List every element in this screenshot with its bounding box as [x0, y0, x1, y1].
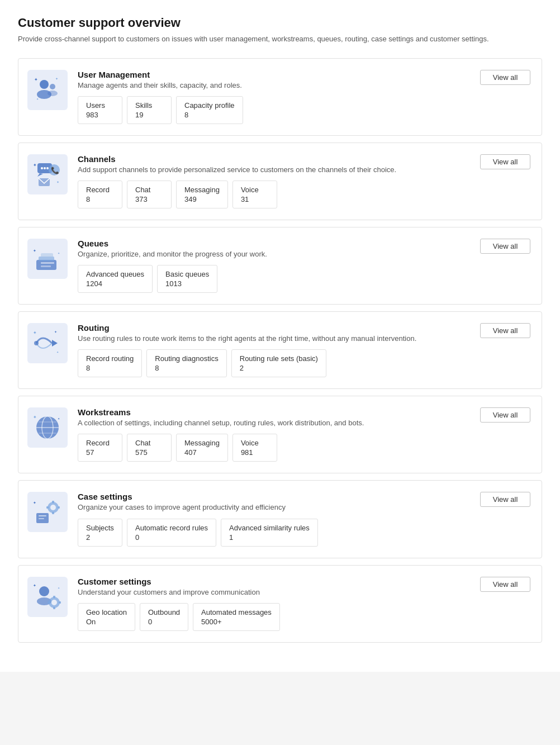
stat-auto-record-rules: Automatic record rules 0 — [127, 519, 216, 547]
svg-text:✦: ✦ — [56, 181, 59, 184]
svg-text:✦: ✦ — [36, 97, 39, 101]
workstreams-stats: Record 57 Chat 575 Messaging 407 Voice 9… — [78, 434, 530, 462]
stat-skills: Skills 19 — [127, 96, 172, 124]
stat-capacity-profile: Capacity profile 8 — [176, 96, 243, 124]
stat-messaging-workstreams: Messaging 407 — [176, 434, 228, 462]
user-management-view-all[interactable]: View all — [480, 70, 530, 85]
queues-card: ✦ ✦ Queues Organize, prioritize, and mon… — [18, 227, 542, 305]
user-management-card: ✦ ✦ ✦ User Management Manage agents and … — [18, 58, 542, 136]
svg-text:✦: ✦ — [33, 249, 36, 253]
channels-desc: Add support channels to provide personal… — [78, 165, 396, 175]
stat-geo-location: Geo location On — [78, 603, 135, 631]
svg-rect-19 — [41, 253, 53, 258]
routing-icon: ✦ ✦ ✦ — [27, 323, 68, 363]
channels-content: Channels Add support channels to provide… — [78, 154, 530, 208]
routing-title: Routing — [78, 323, 416, 333]
stat-messaging-channels: Messaging 349 — [176, 181, 228, 208]
queues-desc: Organize, prioritize, and monitor the pr… — [78, 249, 267, 259]
user-management-icon: ✦ ✦ ✦ — [27, 70, 68, 110]
svg-point-2 — [50, 84, 55, 89]
stat-users: Users 983 — [78, 96, 122, 124]
channels-icon: 📞 ✦ ✦ — [27, 154, 68, 194]
svg-point-46 — [39, 586, 49, 596]
queues-header: Queues Organize, prioritize, and monitor… — [78, 239, 530, 259]
svg-text:✦: ✦ — [54, 330, 57, 334]
stat-outbound: Outbound 0 — [140, 603, 188, 631]
channels-title: Channels — [78, 154, 396, 164]
svg-point-49 — [51, 600, 57, 605]
user-management-desc: Manage agents and their skills, capacity… — [78, 80, 242, 91]
queues-content: Queues Organize, prioritize, and monitor… — [78, 239, 530, 293]
case-settings-icon: ✦ — [27, 492, 68, 532]
svg-point-8 — [41, 167, 43, 169]
stat-record-channels: Record 8 — [78, 181, 122, 208]
customer-settings-card: ✦ ✦ Customer settings Understand your cu… — [18, 565, 542, 643]
channels-stats: Record 8 Chat 373 Messaging 349 Voice 31 — [78, 181, 530, 208]
customer-settings-icon: ✦ ✦ — [27, 577, 68, 617]
customer-settings-header: Customer settings Understand your custom… — [78, 577, 530, 597]
workstreams-content: Workstreams A collection of settings, in… — [78, 407, 530, 462]
svg-text:✦: ✦ — [58, 252, 60, 255]
workstreams-header: Workstreams A collection of settings, in… — [78, 407, 530, 428]
user-management-content: User Management Manage agents and their … — [78, 70, 530, 124]
stat-routing-rule-sets: Routing rule sets (basic) 2 — [231, 349, 326, 377]
svg-text:✦: ✦ — [58, 417, 60, 420]
case-settings-desc: Organize your cases to improve agent pro… — [78, 502, 286, 513]
stat-advanced-queues: Advanced queues 1204 — [78, 265, 153, 293]
routing-header: Routing Use routing rules to route work … — [78, 323, 530, 344]
svg-marker-24 — [52, 340, 58, 347]
stat-adv-similarity-rules: Advanced similarity rules 1 — [221, 519, 318, 547]
svg-point-9 — [44, 167, 46, 169]
page-title: Customer support overview — [18, 16, 542, 30]
routing-view-all[interactable]: View all — [480, 323, 530, 338]
svg-point-0 — [40, 80, 49, 89]
svg-text:✦: ✦ — [33, 501, 36, 505]
channels-header: Channels Add support channels to provide… — [78, 154, 530, 175]
routing-content: Routing Use routing rules to route work … — [78, 323, 530, 377]
queues-stats: Advanced queues 1204 Basic queues 1013 — [78, 265, 530, 293]
workstreams-icon: ✦ ✦ — [27, 407, 68, 448]
user-management-header: User Management Manage agents and their … — [78, 70, 530, 91]
svg-text:✦: ✦ — [33, 163, 37, 168]
svg-point-10 — [46, 167, 49, 169]
svg-text:✦: ✦ — [33, 415, 37, 420]
stat-chat-workstreams: Chat 575 — [127, 434, 172, 462]
svg-rect-41 — [52, 501, 54, 503]
case-settings-content: Case settings Organize your cases to imp… — [78, 492, 530, 546]
svg-rect-53 — [59, 601, 61, 604]
case-settings-stats: Subjects 2 Automatic record rules 0 Adva… — [78, 519, 530, 547]
case-settings-view-all[interactable]: View all — [480, 492, 530, 507]
channels-card: 📞 ✦ ✦ Channels Add support channels to p… — [18, 143, 542, 220]
user-management-stats: Users 983 Skills 19 Capacity profile 8 — [78, 96, 530, 124]
customer-settings-view-all[interactable]: View all — [480, 577, 530, 592]
svg-text:✦: ✦ — [55, 77, 58, 80]
customer-settings-content: Customer settings Understand your custom… — [78, 577, 530, 631]
svg-rect-38 — [39, 518, 44, 519]
stat-automated-messages: Automated messages 5000+ — [193, 603, 280, 631]
queues-view-all[interactable]: View all — [480, 239, 530, 254]
svg-rect-52 — [48, 601, 50, 604]
svg-marker-11 — [37, 173, 43, 177]
case-settings-card: ✦ Case settings Organize your cases to i… — [18, 480, 542, 558]
stat-chat-channels: Chat 373 — [127, 181, 172, 208]
user-management-title: User Management — [78, 70, 242, 79]
svg-rect-17 — [36, 260, 56, 270]
routing-stats: Record routing 8 Routing diagnostics 8 R… — [78, 349, 530, 377]
routing-desc: Use routing rules to route work items to… — [78, 334, 416, 344]
queues-title: Queues — [78, 239, 267, 248]
stat-record-routing: Record routing 8 — [78, 349, 142, 377]
svg-text:✦: ✦ — [34, 77, 38, 82]
stat-voice-channels: Voice 31 — [232, 181, 277, 208]
svg-point-3 — [48, 91, 58, 96]
svg-text:📞: 📞 — [51, 166, 59, 174]
svg-rect-51 — [53, 607, 55, 609]
case-settings-header: Case settings Organize your cases to imp… — [78, 492, 530, 513]
channels-view-all[interactable]: View all — [480, 154, 530, 169]
svg-text:✦: ✦ — [58, 586, 60, 590]
workstreams-view-all[interactable]: View all — [480, 407, 530, 423]
queues-icon: ✦ ✦ — [27, 239, 68, 279]
svg-text:✦: ✦ — [33, 583, 36, 587]
stat-record-workstreams: Record 57 — [78, 434, 122, 462]
svg-rect-37 — [39, 515, 46, 516]
case-settings-title: Case settings — [78, 492, 286, 501]
